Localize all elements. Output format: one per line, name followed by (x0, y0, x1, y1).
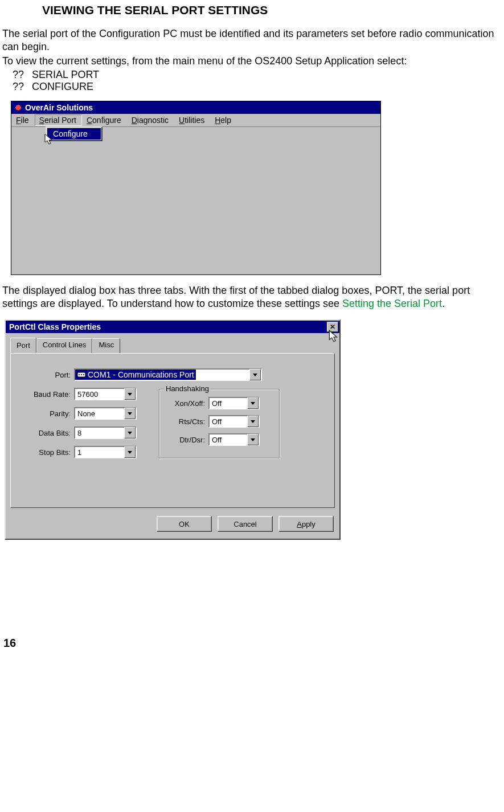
menu-serial-port[interactable]: Serial Port (35, 114, 82, 126)
svg-marker-1 (329, 330, 337, 342)
stopbits-combobox[interactable]: 1 (74, 446, 137, 458)
tab-port[interactable]: Port (10, 338, 36, 353)
label-rtscts: Rts/Cts: (159, 417, 208, 426)
label-dtrdsr: Dtr/Dsr: (159, 436, 208, 444)
handshaking-groupbox: Handshaking Xon/Xoff: Off Rts/Cts: Off (159, 389, 280, 458)
cursor-pointer-icon (328, 330, 341, 345)
baud-combobox[interactable]: 57600 (74, 388, 137, 400)
dialog-title: PortCtl Class Properties (9, 322, 101, 331)
chevron-down-icon[interactable] (247, 434, 259, 445)
ok-button[interactable]: OK (157, 516, 212, 532)
app-icon (14, 103, 23, 112)
dropdown-item-configure[interactable]: Configure (47, 128, 101, 140)
tab-control-lines[interactable]: Control Lines (36, 338, 93, 354)
xonxoff-combobox[interactable]: Off (208, 397, 260, 409)
label-baud: Baud Rate: (11, 390, 74, 399)
label-parity: Parity: (11, 409, 74, 418)
menu-utilities[interactable]: Utilities (174, 114, 210, 126)
svg-marker-0 (45, 134, 52, 144)
menu-diagnostic[interactable]: Diagnostic (127, 114, 174, 126)
window-title: OverAir Solutions (25, 103, 93, 112)
svg-point-3 (79, 374, 80, 375)
rtscts-combobox[interactable]: Off (208, 415, 260, 428)
chevron-down-icon[interactable] (124, 446, 136, 458)
list-marker: ?? (13, 81, 24, 93)
svg-point-5 (83, 374, 84, 375)
chevron-down-icon[interactable] (124, 408, 136, 419)
label-xonxoff: Xon/Xoff: (159, 399, 208, 408)
client-area (13, 128, 379, 273)
page-number: 16 (3, 637, 502, 650)
portctl-dialog: PortCtl Class Properties ✕ Port Control … (5, 319, 341, 540)
cancel-button[interactable]: Cancel (218, 516, 273, 532)
tabstrip: Port Control Lines Misc (6, 333, 339, 353)
chevron-down-icon[interactable] (247, 416, 259, 427)
port-combobox[interactable]: COM1 - Communications Port (74, 368, 262, 381)
parity-combobox[interactable]: None (74, 407, 137, 420)
intro-text-2: To view the current settings, from the m… (2, 55, 502, 68)
databits-combobox[interactable]: 8 (74, 426, 137, 439)
list-item: CONFIGURE (32, 81, 93, 93)
mid-paragraph: The displayed dialog box has three tabs.… (2, 284, 502, 310)
apply-button[interactable]: Apply (278, 516, 334, 532)
dialog-button-row: OK Cancel Apply (6, 512, 339, 539)
tab-panel-port: Port: COM1 - Communications Port Baud Ra… (10, 353, 335, 508)
menu-help[interactable]: Help (210, 114, 237, 126)
section-heading: VIEWING THE SERIAL PORT SETTINGS (42, 3, 502, 17)
chevron-down-icon[interactable] (124, 427, 136, 438)
titlebar[interactable]: OverAir Solutions (11, 101, 380, 114)
cursor-pointer-icon (44, 133, 55, 147)
chevron-down-icon[interactable] (124, 388, 136, 400)
label-databits: Data Bits: (11, 429, 74, 437)
overair-window: OverAir Solutions File Serial Port Confi… (11, 101, 381, 275)
menu-configure[interactable]: Configure (82, 114, 127, 126)
titlebar[interactable]: PortCtl Class Properties ✕ (6, 321, 339, 333)
tab-misc[interactable]: Misc (92, 338, 120, 354)
dtrdsr-combobox[interactable]: Off (208, 433, 260, 446)
list-item: SERIAL PORT (32, 69, 99, 81)
link-setting-serial-port[interactable]: Setting the Serial Port (342, 298, 442, 309)
chevron-down-icon[interactable] (247, 397, 259, 409)
serial-port-icon (77, 371, 86, 379)
menu-file[interactable]: File (11, 114, 35, 126)
intro-text-1: The serial port of the Configuration PC … (2, 27, 502, 54)
label-stopbits: Stop Bits: (11, 448, 74, 457)
list-marker: ?? (13, 69, 24, 81)
groupbox-legend: Handshaking (164, 384, 211, 393)
chevron-down-icon[interactable] (249, 369, 261, 380)
menubar: File Serial Port Configure Diagnostic Ut… (11, 114, 380, 127)
label-port: Port: (11, 371, 74, 379)
svg-point-4 (81, 374, 82, 375)
